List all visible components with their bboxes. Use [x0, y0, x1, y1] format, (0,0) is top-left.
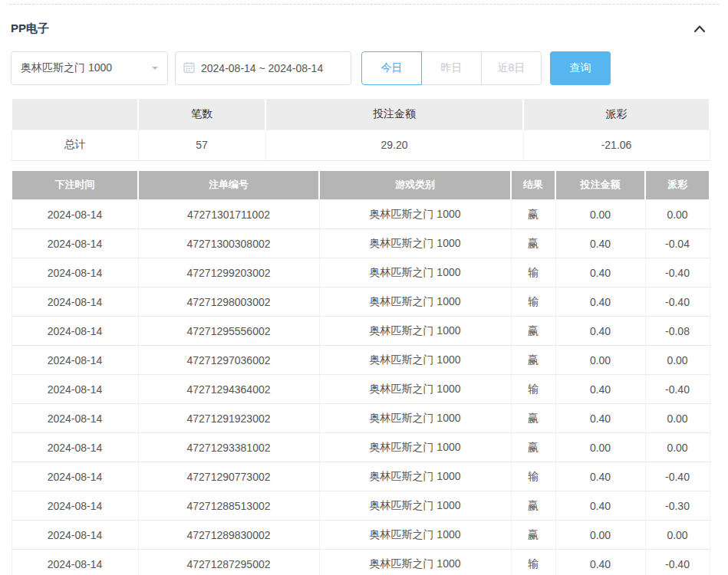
- records-header-cell: 游戏类别: [319, 171, 511, 200]
- summary-count: 57: [138, 130, 265, 160]
- cell-result: 赢: [511, 433, 555, 462]
- table-row: 2024-08-1447271287295002奥林匹斯之门 1000输0.40…: [12, 550, 710, 575]
- cell-game-type: 奥林匹斯之门 1000: [319, 258, 511, 288]
- table-row: 2024-08-1447271299203002奥林匹斯之门 1000输0.40…: [12, 258, 710, 288]
- cell-payout: -0.40: [645, 258, 710, 288]
- cell-bet-time: 2024-08-14: [12, 375, 138, 404]
- summary-header-cell: 笔数: [138, 99, 265, 130]
- cell-game-type: 奥林匹斯之门 1000: [319, 404, 511, 433]
- cell-bet-amount: 0.40: [555, 375, 645, 404]
- cell-order-no: 47271290773002: [138, 462, 319, 491]
- chevron-up-icon: [693, 22, 706, 35]
- cell-payout: -0.30: [645, 491, 710, 521]
- quick-range-last8days-button[interactable]: 近8日: [481, 51, 542, 85]
- cell-bet-amount: 0.00: [555, 433, 645, 462]
- cell-game-type: 奥林匹斯之门 1000: [319, 346, 511, 375]
- cell-order-no: 47271288513002: [138, 491, 319, 521]
- table-row: 2024-08-1447271294364002奥林匹斯之门 1000输0.40…: [12, 375, 710, 404]
- cell-game-type: 奥林匹斯之门 1000: [319, 200, 511, 229]
- summary-total-row: 总计5729.20-21.06: [12, 130, 710, 160]
- cell-payout: 0.00: [645, 404, 710, 433]
- cell-game-type: 奥林匹斯之门 1000: [319, 288, 511, 317]
- cell-bet-amount: 0.00: [555, 200, 645, 229]
- table-row: 2024-08-1447271301711002奥林匹斯之门 1000赢0.00…: [12, 200, 710, 229]
- cell-bet-amount: 0.40: [555, 229, 645, 258]
- filter-bar: 奥林匹斯之门 1000: [11, 51, 709, 85]
- table-row: 2024-08-1447271297036002奥林匹斯之门 1000赢0.00…: [12, 346, 710, 375]
- cell-payout: -0.40: [645, 462, 710, 491]
- cell-game-type: 奥林匹斯之门 1000: [319, 462, 511, 491]
- cell-game-type: 奥林匹斯之门 1000: [319, 433, 511, 462]
- quick-range-yesterday-button[interactable]: 昨日: [421, 51, 482, 85]
- records-header-cell: 结果: [511, 171, 555, 200]
- records-header-cell: 下注时间: [12, 171, 138, 200]
- cell-bet-time: 2024-08-14: [12, 229, 138, 258]
- cell-bet-time: 2024-08-14: [12, 491, 138, 521]
- cell-result: 赢: [511, 404, 555, 433]
- cell-order-no: 47271299203002: [138, 258, 319, 288]
- records-header-cell: 派彩: [645, 171, 710, 200]
- cell-bet-amount: 0.40: [555, 288, 645, 317]
- date-range-input[interactable]: 2024-08-14 ~ 2024-08-14: [175, 51, 351, 85]
- summary-header-row: 笔数投注金额派彩: [12, 99, 710, 130]
- cell-order-no: 47271298003002: [138, 288, 319, 317]
- cell-bet-amount: 0.00: [555, 521, 645, 550]
- cell-payout: 0.00: [645, 521, 710, 550]
- cell-result: 赢: [511, 229, 555, 258]
- cell-bet-time: 2024-08-14: [12, 521, 138, 550]
- cell-order-no: 47271297036002: [138, 346, 319, 375]
- table-row: 2024-08-1447271298003002奥林匹斯之门 1000输0.40…: [12, 288, 710, 317]
- cell-bet-amount: 0.40: [555, 462, 645, 491]
- table-row: 2024-08-1447271288513002奥林匹斯之门 1000赢0.40…: [12, 491, 710, 521]
- summary-header-cell: 投注金额: [265, 99, 523, 130]
- cell-bet-amount: 0.40: [555, 491, 645, 521]
- table-row: 2024-08-1447271289830002奥林匹斯之门 1000赢0.00…: [12, 521, 710, 550]
- cell-game-type: 奥林匹斯之门 1000: [319, 317, 511, 346]
- cell-result: 输: [511, 550, 555, 575]
- query-button[interactable]: 查询: [550, 51, 611, 85]
- cell-bet-time: 2024-08-14: [12, 317, 138, 346]
- cell-payout: 0.00: [645, 433, 710, 462]
- table-row: 2024-08-1447271293381002奥林匹斯之门 1000赢0.00…: [12, 433, 710, 462]
- game-select[interactable]: 奥林匹斯之门 1000: [11, 51, 168, 85]
- cell-result: 输: [511, 288, 555, 317]
- summary-total-label: 总计: [12, 130, 138, 160]
- records-header-row: 下注时间注单编号游戏类别结果投注金额派彩: [12, 171, 710, 200]
- cell-bet-amount: 0.40: [555, 317, 645, 346]
- records-table: 下注时间注单编号游戏类别结果投注金额派彩 2024-08-14472713017…: [11, 171, 710, 575]
- cell-order-no: 47271293381002: [138, 433, 319, 462]
- cell-bet-amount: 0.40: [555, 404, 645, 433]
- cell-payout: 0.00: [645, 346, 710, 375]
- table-row: 2024-08-1447271295556002奥林匹斯之门 1000赢0.40…: [12, 317, 710, 346]
- table-row: 2024-08-1447271300308002奥林匹斯之门 1000赢0.40…: [12, 229, 710, 258]
- summary-header-cell: 派彩: [523, 99, 710, 130]
- summary-header-cell: [12, 99, 138, 130]
- cell-bet-time: 2024-08-14: [12, 258, 138, 288]
- cell-bet-time: 2024-08-14: [12, 433, 138, 462]
- cell-bet-time: 2024-08-14: [12, 288, 138, 317]
- cell-bet-time: 2024-08-14: [12, 200, 138, 229]
- cell-game-type: 奥林匹斯之门 1000: [319, 550, 511, 575]
- cell-order-no: 47271295556002: [138, 317, 319, 346]
- cell-payout: -0.08: [645, 317, 710, 346]
- cell-result: 赢: [511, 491, 555, 521]
- cell-order-no: 47271291923002: [138, 404, 319, 433]
- cell-payout: -0.40: [645, 550, 710, 575]
- date-range-value: 2024-08-14 ~ 2024-08-14: [201, 62, 323, 74]
- summary-payout: -21.06: [523, 130, 710, 160]
- cell-order-no: 47271301711002: [138, 200, 319, 229]
- cell-result: 赢: [511, 200, 555, 229]
- calendar-icon: [183, 61, 201, 76]
- cell-payout: -0.40: [645, 375, 710, 404]
- cell-bet-time: 2024-08-14: [12, 404, 138, 433]
- cell-game-type: 奥林匹斯之门 1000: [319, 375, 511, 404]
- game-select-value: 奥林匹斯之门 1000: [21, 61, 112, 75]
- cell-bet-time: 2024-08-14: [12, 462, 138, 491]
- cell-bet-time: 2024-08-14: [12, 346, 138, 375]
- quick-range-today-button[interactable]: 今日: [361, 51, 422, 85]
- cell-result: 赢: [511, 317, 555, 346]
- cell-payout: 0.00: [645, 200, 710, 229]
- cell-result: 赢: [511, 346, 555, 375]
- collapse-section-button[interactable]: [690, 23, 709, 34]
- cell-result: 输: [511, 258, 555, 288]
